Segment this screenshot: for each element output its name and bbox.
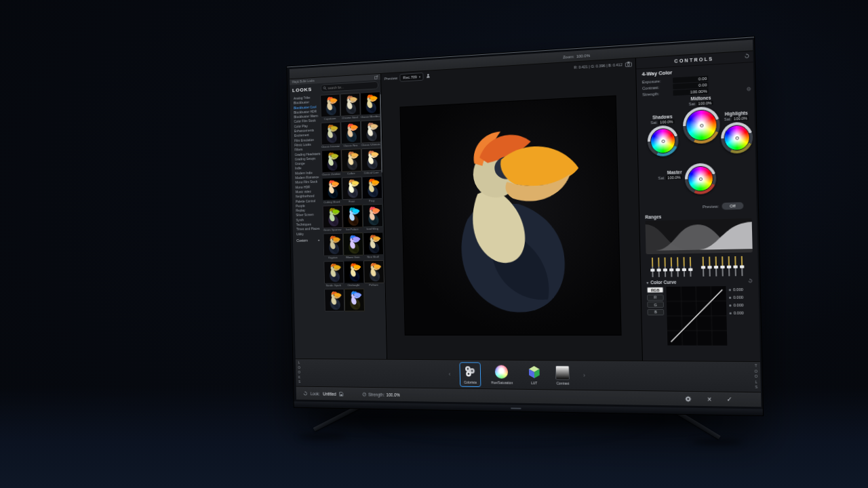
look-thumbnail[interactable]: Krypton [323, 233, 342, 260]
reset-icon[interactable] [747, 87, 751, 92]
color-curve-body: RGBRGB 0.000 [647, 286, 754, 346]
next-arrow[interactable]: › [583, 372, 585, 379]
tools-edge-tab[interactable]: TOOLS [753, 363, 758, 390]
curve-channel-button[interactable]: RGB [647, 287, 664, 293]
controls-panel: CONTROLS 4-Way Color Exposure: 0.00 Cont… [635, 51, 760, 361]
look-thumbnail[interactable]: Onslaught [344, 260, 363, 287]
colorspace-dropdown[interactable]: Rec.709 ▾ [400, 73, 424, 82]
parameter-value-field[interactable]: 100.00% [673, 88, 708, 96]
strength-cluster: Strength: 100.0% [362, 392, 400, 397]
brand-logo [511, 407, 521, 409]
tool-contrast[interactable]: Contrast [551, 363, 574, 388]
looks-body: Analog TribeBlockbusterBlockbuster CoolB… [290, 90, 387, 359]
range-slider[interactable] [675, 257, 680, 277]
look-thumbnail[interactable]: Chrome Steel [340, 93, 359, 121]
look-thumbnail[interactable]: Classic Ultimatum [361, 120, 380, 148]
look-name-value[interactable]: Untitled [323, 391, 336, 396]
range-slider[interactable] [663, 258, 667, 277]
preview-off-button[interactable]: Off [722, 202, 743, 209]
looks-category[interactable]: Times and Places [293, 226, 323, 232]
zoom-label: Zoom: [563, 54, 574, 59]
strength-value[interactable]: 100.0% [387, 392, 400, 397]
tool-hue-saturation[interactable]: Hue/Saturation [487, 362, 517, 387]
range-slider[interactable] [669, 258, 674, 277]
look-thumbnail[interactable]: Cutting Shard [322, 178, 341, 205]
range-slider[interactable] [682, 257, 686, 277]
look-thumbnail[interactable]: Coffee [341, 148, 361, 176]
look-thumbnail[interactable]: Fray [362, 176, 382, 203]
curve-point-value[interactable]: 0.000 [729, 311, 743, 315]
gear-icon[interactable] [685, 396, 692, 402]
wheel-cursor[interactable] [662, 140, 664, 142]
range-slider[interactable] [688, 257, 693, 277]
custom-category-row[interactable]: Custom + [293, 236, 323, 243]
add-custom-button[interactable]: + [318, 238, 320, 242]
range-slider[interactable] [650, 258, 655, 277]
search-input[interactable] [328, 83, 376, 90]
cancel-button[interactable]: × [707, 395, 711, 403]
reset-icon[interactable] [745, 54, 750, 59]
curve-channel-button[interactable]: R [647, 294, 664, 300]
range-slider[interactable] [726, 256, 731, 276]
range-slider[interactable] [720, 256, 725, 276]
look-thumbnail[interactable]: Classic Blockbuster [360, 92, 380, 119]
master-color-wheel[interactable] [684, 163, 716, 195]
reset-look-icon[interactable] [303, 391, 307, 396]
point-marker-icon [729, 304, 731, 306]
look-thumbnail[interactable]: Classic Zombies [321, 150, 340, 177]
camera-icon[interactable] [625, 61, 632, 67]
person-icon[interactable] [426, 73, 431, 78]
range-slider[interactable] [713, 256, 718, 276]
export-icon[interactable] [374, 75, 378, 79]
color-curve-header[interactable]: ▾ Color Curve [646, 279, 752, 285]
curve-point-value[interactable]: 0.000 [729, 295, 743, 299]
looks-panel: Magic Bullet Looks LOOKS [290, 74, 387, 359]
reset-icon[interactable] [748, 279, 753, 283]
look-thumbnail[interactable]: Critical Care [361, 148, 381, 176]
range-slider[interactable] [707, 257, 712, 277]
look-thumbnail[interactable]: Neo Skull [363, 232, 382, 259]
look-thumbnail[interactable]: Frost [342, 177, 361, 204]
wheel-cursor[interactable] [699, 178, 701, 180]
range-slider[interactable] [740, 256, 745, 276]
look-thumbnail[interactable]: Green Sparrow [323, 205, 342, 232]
save-icon[interactable] [339, 392, 343, 396]
four-way-color-section: 4-Way Color Exposure: 0.00 Contrast: 0.0… [636, 62, 757, 212]
curve-point-value[interactable]: 0.000 [729, 287, 743, 291]
look-thumbnail[interactable] [344, 289, 364, 316]
look-thumbnail[interactable]: Classic Invasion [321, 122, 340, 149]
look-thumbnail[interactable]: Classic Neo [340, 121, 360, 148]
ranges-graph[interactable] [645, 218, 752, 254]
midtones-color-wheel[interactable] [683, 106, 721, 144]
wheel-cursor[interactable] [701, 124, 703, 126]
wheel-cursor[interactable] [736, 137, 738, 139]
wheel-saturation: Sat: 100.0% [643, 119, 682, 125]
look-thumbnail[interactable]: Ice Palace [342, 205, 362, 232]
point-marker-icon [729, 289, 731, 291]
range-slider[interactable] [733, 256, 738, 276]
look-thumbnail[interactable]: Capetown [320, 94, 339, 121]
look-thumbnail[interactable]: Iced Wing [362, 204, 382, 231]
preview-canvas[interactable] [381, 68, 642, 361]
curve-channel-button[interactable]: B [647, 308, 664, 314]
confirm-button[interactable]: ✓ [726, 396, 732, 403]
tool-lut[interactable]: LUT [523, 362, 545, 387]
look-thumbnail[interactable]: Pelham [363, 260, 383, 287]
curve-point-value[interactable]: 0.000 [729, 303, 743, 307]
curve-channel-button[interactable]: G [647, 302, 664, 308]
master-wheel-labels: Master Sat: 100.0% [644, 169, 682, 180]
look-thumbnail[interactable]: Miami Gem [343, 232, 363, 260]
look-thumbnail[interactable]: Nordic Spark [323, 261, 342, 288]
tool-colorista[interactable]: Colorista [459, 362, 481, 387]
hue-saturation-icon [495, 365, 509, 379]
collapse-caret-icon[interactable]: ▾ [646, 281, 648, 285]
shadows-color-wheel[interactable] [647, 125, 678, 157]
range-slider[interactable] [701, 257, 706, 277]
highlights-color-wheel[interactable] [721, 121, 753, 154]
prev-arrow[interactable]: ‹ [449, 371, 451, 378]
range-slider[interactable] [656, 258, 661, 277]
master-wheel-block [684, 163, 716, 195]
look-thumbnail[interactable] [324, 289, 343, 315]
looks-edge-tab[interactable]: LOOKS [297, 361, 301, 385]
curve-graph[interactable] [666, 286, 727, 346]
